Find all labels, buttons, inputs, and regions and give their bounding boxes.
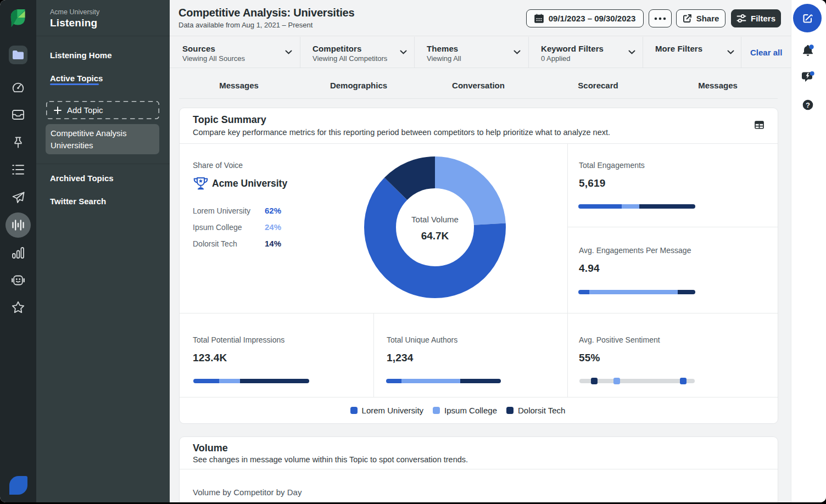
svg-text:?: ? — [806, 101, 810, 109]
